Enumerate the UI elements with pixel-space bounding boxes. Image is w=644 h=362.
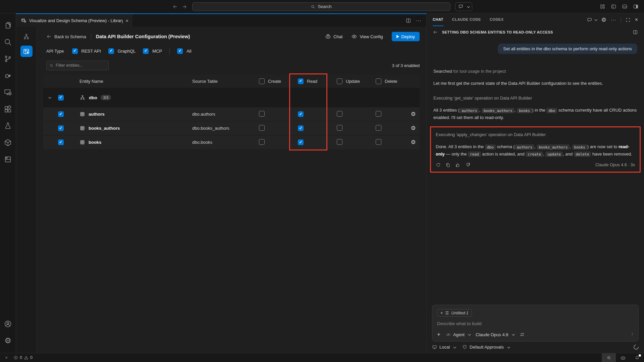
- new-chat-dropdown[interactable]: [587, 17, 597, 23]
- update-checkbox[interactable]: [337, 139, 342, 145]
- delete-all-checkbox[interactable]: [376, 78, 381, 84]
- schema-group-row[interactable]: dbo 3/3: [43, 88, 420, 107]
- read-checkbox[interactable]: [298, 139, 304, 145]
- group-checkbox[interactable]: [58, 95, 64, 101]
- delete-checkbox[interactable]: [376, 125, 381, 131]
- send-button[interactable]: ↑: [631, 331, 634, 338]
- toggle-primary-sidebar-icon[interactable]: [611, 4, 616, 9]
- storage-drive-icon[interactable]: [0, 151, 16, 168]
- zoom-indicator-icon[interactable]: [602, 353, 616, 362]
- model-picker[interactable]: Claude Opus 4.6: [476, 332, 514, 337]
- update-all-checkbox[interactable]: [337, 78, 342, 84]
- create-checkbox[interactable]: [259, 125, 265, 131]
- filter-entities-input[interactable]: [56, 63, 106, 68]
- approvals-picker[interactable]: Default Approvals: [462, 345, 509, 350]
- entity-row: books_authors dbo.books_authors ⚙: [43, 121, 420, 135]
- chat-more-icon[interactable]: ···: [611, 17, 616, 22]
- api-type-option[interactable]: REST API: [72, 48, 101, 54]
- remote-indicator-icon[interactable]: [4, 355, 9, 360]
- tab-codex[interactable]: CODEX: [490, 13, 504, 26]
- back-to-schema-button[interactable]: Back to Schema: [46, 34, 86, 39]
- delete-checkbox[interactable]: [376, 111, 381, 117]
- copy-icon[interactable]: [445, 163, 450, 168]
- nav-back-icon[interactable]: [172, 4, 177, 9]
- editor-tab[interactable]: Visualize and Design Schema (Preview) - …: [16, 14, 132, 27]
- chat-settings-gear-icon[interactable]: ⚙: [601, 17, 606, 23]
- delete-checkbox[interactable]: [376, 139, 381, 145]
- thumbs-up-icon[interactable]: [455, 162, 461, 168]
- read-checkbox[interactable]: [298, 111, 304, 117]
- settings-gear-icon[interactable]: ⚙: [0, 332, 16, 349]
- close-panel-icon[interactable]: ×: [635, 17, 638, 23]
- tab-close-icon[interactable]: ×: [125, 18, 128, 23]
- row-settings-gear-icon[interactable]: ⚙: [407, 139, 420, 146]
- table-config-icon[interactable]: [20, 46, 33, 57]
- retry-icon[interactable]: [436, 163, 441, 168]
- environment-picker[interactable]: Local: [432, 345, 455, 350]
- filter-entities-box[interactable]: [46, 61, 109, 70]
- chat-input-box[interactable]: + ☰ Untitled-1 + Agent: [432, 305, 639, 342]
- api-type-checkbox[interactable]: [72, 48, 78, 54]
- context-chip[interactable]: + ☰ Untitled-1: [437, 309, 472, 317]
- tools-sliders-icon[interactable]: [520, 332, 525, 337]
- explorer-icon[interactable]: [0, 17, 16, 34]
- api-type-option[interactable]: GraphQL: [108, 48, 136, 54]
- read-checkbox[interactable]: [298, 125, 304, 131]
- toggle-panel-icon[interactable]: [622, 4, 628, 9]
- thumbs-down-icon[interactable]: [465, 162, 471, 168]
- maximize-panel-icon[interactable]: [626, 17, 631, 22]
- row-settings-gear-icon[interactable]: ⚙: [407, 111, 420, 118]
- entity-enabled-checkbox[interactable]: [58, 111, 64, 117]
- entity-enabled-checkbox[interactable]: [58, 125, 64, 131]
- inline-code-chip: delete: [574, 152, 591, 157]
- search-icon[interactable]: [0, 34, 16, 50]
- customize-layout-icon[interactable]: [600, 4, 605, 9]
- entity-enabled-checkbox[interactable]: [58, 139, 64, 145]
- chat-input-zone: + ☰ Untitled-1 + Agent: [427, 305, 644, 342]
- remote-explorer-icon[interactable]: [0, 84, 16, 101]
- command-center-search[interactable]: Search: [192, 2, 450, 11]
- api-type-checkbox[interactable]: [177, 48, 183, 54]
- update-checkbox[interactable]: [337, 111, 342, 117]
- api-type-checkbox[interactable]: [143, 48, 149, 54]
- entity-name: authors: [89, 112, 105, 117]
- read-all-checkbox[interactable]: [298, 78, 304, 84]
- more-actions-icon[interactable]: ···: [416, 18, 422, 23]
- api-type-option[interactable]: All: [177, 48, 191, 54]
- back-arrow-icon[interactable]: [433, 29, 438, 35]
- tab-claude-code[interactable]: CLAUDE CODE: [452, 13, 481, 26]
- collapse-chevron-icon[interactable]: [43, 97, 55, 99]
- copilot-chat-button[interactable]: [455, 2, 472, 11]
- schema-graph-icon[interactable]: [20, 31, 33, 42]
- chat-button[interactable]: Chat: [325, 34, 342, 40]
- chevron-down-icon: [467, 5, 470, 8]
- code-brackets-icon: [446, 332, 451, 337]
- view-config-button[interactable]: View Config: [351, 34, 383, 40]
- package-cube-icon[interactable]: [0, 134, 16, 151]
- problems-indicator[interactable]: 0 0: [13, 355, 33, 360]
- update-checkbox[interactable]: [337, 125, 342, 131]
- api-type-option[interactable]: MCP: [143, 48, 162, 54]
- api-type-checkbox[interactable]: [108, 48, 114, 54]
- split-editor-icon[interactable]: [406, 18, 411, 23]
- extensions-icon[interactable]: [0, 101, 16, 117]
- source-control-icon[interactable]: [0, 50, 16, 67]
- create-checkbox[interactable]: [259, 139, 265, 145]
- notifications-bell-icon[interactable]: [630, 353, 644, 362]
- account-icon[interactable]: [0, 315, 16, 332]
- create-all-checkbox[interactable]: [259, 78, 265, 84]
- row-settings-gear-icon[interactable]: ⚙: [407, 125, 420, 132]
- attach-plus-icon[interactable]: +: [437, 331, 440, 338]
- deploy-button[interactable]: Deploy: [392, 32, 420, 41]
- shield-icon: [462, 345, 467, 350]
- run-debug-icon[interactable]: [0, 67, 16, 84]
- nav-forward-icon[interactable]: [182, 4, 187, 9]
- beaker-test-icon[interactable]: [0, 117, 16, 134]
- agent-mode-picker[interactable]: Agent: [446, 332, 470, 337]
- prompt-input[interactable]: [437, 321, 634, 326]
- toggle-secondary-sidebar-icon[interactable]: [633, 4, 639, 9]
- copilot-status-icon[interactable]: [616, 353, 630, 362]
- create-checkbox[interactable]: [259, 111, 265, 117]
- tab-chat[interactable]: CHAT: [433, 13, 443, 26]
- open-session-editor-icon[interactable]: [633, 29, 638, 35]
